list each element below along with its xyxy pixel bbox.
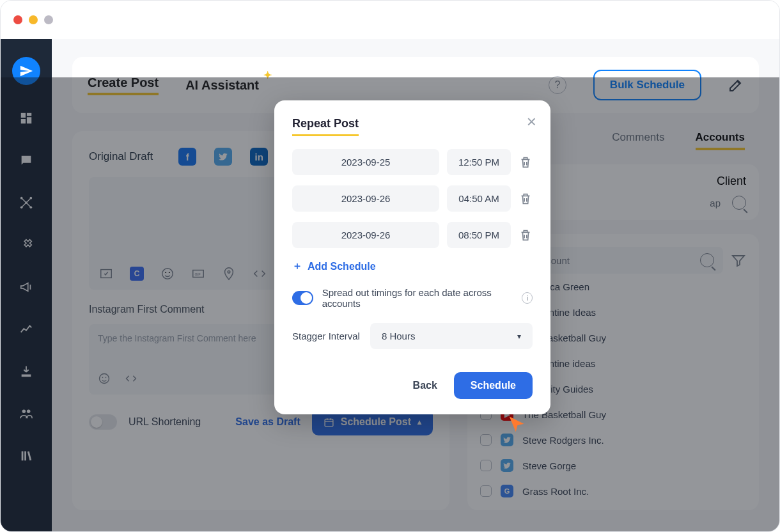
- plus-icon: ＋: [292, 260, 302, 273]
- trash-icon[interactable]: [519, 192, 533, 206]
- minimize-window-icon[interactable]: [29, 15, 38, 24]
- cursor-pointer-icon: [507, 415, 526, 434]
- chevron-down-icon: ▾: [517, 332, 521, 341]
- schedule-row: 2023-09-2512:50 PM: [292, 149, 533, 175]
- close-window-icon[interactable]: [13, 15, 22, 24]
- stagger-interval-select[interactable]: 8 Hours ▾: [370, 323, 533, 349]
- trash-icon[interactable]: [519, 228, 533, 242]
- spread-label: Spread out timings for each date across …: [322, 287, 513, 309]
- maximize-window-icon[interactable]: [44, 15, 53, 24]
- schedule-time[interactable]: 04:50 AM: [447, 185, 511, 212]
- stagger-value: 8 Hours: [382, 331, 416, 341]
- schedule-row: 2023-09-2604:50 AM: [292, 185, 533, 212]
- back-button[interactable]: Back: [413, 380, 437, 391]
- add-schedule-label: Add Schedule: [308, 261, 376, 272]
- titlebar: [1, 1, 779, 39]
- repeat-post-modal: × Repeat Post 2023-09-2512:50 PM2023-09-…: [274, 100, 550, 414]
- schedule-date[interactable]: 2023-09-26: [292, 222, 439, 248]
- schedule-row: 2023-09-2608:50 PM: [292, 222, 533, 248]
- spread-toggle[interactable]: [292, 291, 313, 305]
- schedule-button[interactable]: Schedule: [454, 372, 533, 399]
- stagger-label: Stagger Interval: [292, 331, 360, 341]
- app-window: Create Post AI Assistant ✦ ? Bulk Schedu…: [0, 0, 780, 532]
- traffic-lights: [13, 15, 53, 24]
- schedule-time[interactable]: 12:50 PM: [447, 149, 511, 175]
- info-icon[interactable]: i: [522, 292, 533, 304]
- trash-icon[interactable]: [519, 155, 533, 169]
- schedule-date[interactable]: 2023-09-25: [292, 149, 439, 175]
- schedule-date[interactable]: 2023-09-26: [292, 185, 439, 212]
- add-schedule-button[interactable]: ＋ Add Schedule: [292, 260, 533, 273]
- close-icon[interactable]: ×: [527, 112, 536, 132]
- modal-title: Repeat Post: [292, 117, 359, 136]
- schedule-time[interactable]: 08:50 PM: [447, 222, 511, 248]
